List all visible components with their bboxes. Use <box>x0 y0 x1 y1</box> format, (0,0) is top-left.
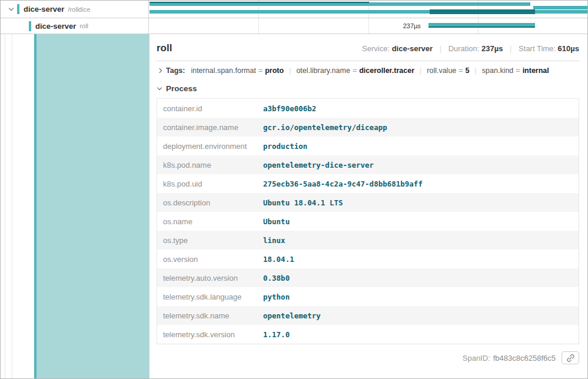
kv-value: gcr.io/opentelemetry/diceapp <box>263 123 387 132</box>
span-detail-row: roll Service: dice-server | Duration: 23… <box>1 34 587 378</box>
kv-value: opentelemetry <box>263 311 321 320</box>
kv-key: os.type <box>157 236 263 245</box>
kv-value: a3bf90e006b2 <box>263 104 316 113</box>
tags-label: Tags: <box>166 67 185 75</box>
timeline-roll[interactable]: 237µs <box>149 18 587 34</box>
indent-guide <box>12 34 12 378</box>
timeline-rolldice[interactable] <box>149 1 587 18</box>
tag-value: diceroller.tracer <box>359 67 414 75</box>
table-row: os.type linux <box>157 231 579 250</box>
kv-value: linux <box>263 236 285 245</box>
equals-sign: = <box>459 67 463 75</box>
kv-value: Ubuntu 18.04.1 LTS <box>263 198 343 207</box>
separator: | <box>510 44 511 53</box>
tag-item: span.kind = internal <box>482 67 549 75</box>
kv-value: 275ecb36-5aa8-4c2a-9c47-d8bb681b9aff <box>263 179 423 188</box>
tags-accordion-header[interactable]: Tags: internal.span.format = proto | ote… <box>157 61 579 79</box>
tag-key: otel.library.name <box>296 67 350 75</box>
link-icon <box>566 354 575 363</box>
tag-value: 5 <box>466 67 470 75</box>
kv-value: Ubuntu <box>263 217 290 226</box>
copy-link-button[interactable] <box>562 351 579 364</box>
process-label: Process <box>166 84 197 93</box>
span-detail-panel: roll Service: dice-server | Duration: 23… <box>149 34 587 378</box>
table-row: container.id a3bf90e006b2 <box>157 99 579 118</box>
span-name-cell-rolldice[interactable]: dice-server /rolldice <box>1 1 149 18</box>
span-bar[interactable] <box>428 23 534 28</box>
span-title: roll <box>157 42 172 54</box>
span-detail-footer: SpanID: fb483c8c6258f6c5 <box>157 351 579 364</box>
detail-header: roll Service: dice-server | Duration: 23… <box>157 42 579 54</box>
separator: | <box>475 67 477 75</box>
span-overview: Service: dice-server | Duration: 237µs |… <box>362 44 579 53</box>
kv-key: telemetry.auto.version <box>157 274 263 282</box>
tag-item: internal.span.format = proto <box>191 67 284 75</box>
tag-item: otel.library.name = diceroller.tracer <box>296 67 414 75</box>
equals-sign: = <box>353 67 357 75</box>
indent-guide <box>5 34 5 378</box>
duration-value: 237µs <box>481 44 503 53</box>
kv-key: container.image.name <box>157 123 263 132</box>
table-row: telemetry.sdk.name opentelemetry <box>157 306 579 325</box>
kv-key: deployment.environment <box>157 142 263 151</box>
table-row: telemetry.sdk.version 1.17.0 <box>157 325 579 344</box>
kv-value: python <box>263 292 290 301</box>
table-row: telemetry.auto.version 0.38b0 <box>157 268 579 287</box>
spanid-label: SpanID: <box>463 354 490 363</box>
jaeger-trace-view: dice-server /rolldice dice-server roll 2… <box>0 0 588 379</box>
kv-key: os.version <box>157 255 263 264</box>
process-accordion-header[interactable]: Process <box>158 84 579 93</box>
span-name-cell-roll[interactable]: dice-server roll <box>1 18 149 34</box>
separator: | <box>420 67 421 75</box>
collapse-toggle[interactable] <box>5 8 17 10</box>
kv-key: telemetry.sdk.version <box>157 330 263 339</box>
chevron-down-icon <box>157 85 162 90</box>
start-time-value: 610µs <box>558 44 579 53</box>
spanid-value: fb483c8c6258f6c5 <box>493 354 556 363</box>
table-row: container.image.name gcr.io/opentelemetr… <box>157 118 579 137</box>
equals-sign: = <box>516 67 520 75</box>
kv-value: 18.04.1 <box>263 255 294 264</box>
kv-key: telemetry.sdk.language <box>157 292 263 301</box>
kv-value: production <box>263 142 307 151</box>
kv-key: container.id <box>157 104 263 113</box>
service-value: dice-server <box>392 44 433 53</box>
tag-key: span.kind <box>482 67 514 75</box>
duration-label: Duration: <box>449 44 480 53</box>
service-name: dice-server <box>35 22 76 31</box>
kv-value: opentelemetry-dice-server <box>263 161 374 169</box>
tree-gutter <box>1 34 34 378</box>
table-row: telemetry.sdk.language python <box>157 287 579 306</box>
kv-key: os.name <box>157 217 263 226</box>
kv-key: k8s.pod.name <box>157 161 263 169</box>
table-row: os.name Ubuntu <box>157 212 579 231</box>
service-name: dice-server <box>24 5 64 14</box>
start-time-label: Start Time: <box>519 44 556 53</box>
operation-name: roll <box>79 22 88 29</box>
kv-key: telemetry.sdk.name <box>157 311 263 320</box>
span-bar-segment[interactable] <box>533 6 587 9</box>
chevron-right-icon <box>157 68 162 73</box>
process-key-value-table: container.id a3bf90e006b2 container.imag… <box>157 98 579 344</box>
service-color-bar <box>17 4 19 14</box>
span-duration-label: 237µs <box>351 22 421 29</box>
kv-key: os.description <box>157 198 263 207</box>
timeline-grid-line <box>258 18 259 34</box>
span-row-rolldice: dice-server /rolldice <box>1 1 587 18</box>
separator: | <box>440 44 441 53</box>
kv-value: 1.17.0 <box>263 330 290 339</box>
span-row-roll: dice-server roll 237µs <box>1 18 587 34</box>
tag-value: proto <box>265 67 284 75</box>
span-bar-accent <box>150 2 369 3</box>
separator: | <box>289 67 291 75</box>
table-row: os.description Ubuntu 18.04.1 LTS <box>157 193 579 212</box>
span-bar-accent <box>430 9 535 14</box>
table-row: k8s.pod.name opentelemetry-dice-server <box>157 155 579 174</box>
operation-name: /rolldice <box>68 6 90 13</box>
equals-sign: = <box>258 67 263 75</box>
kv-value: 0.38b0 <box>263 274 290 282</box>
tag-key: internal.span.format <box>191 67 255 75</box>
tag-key: roll.value <box>427 67 456 75</box>
service-color-bar <box>29 21 31 31</box>
service-label: Service: <box>362 44 390 53</box>
